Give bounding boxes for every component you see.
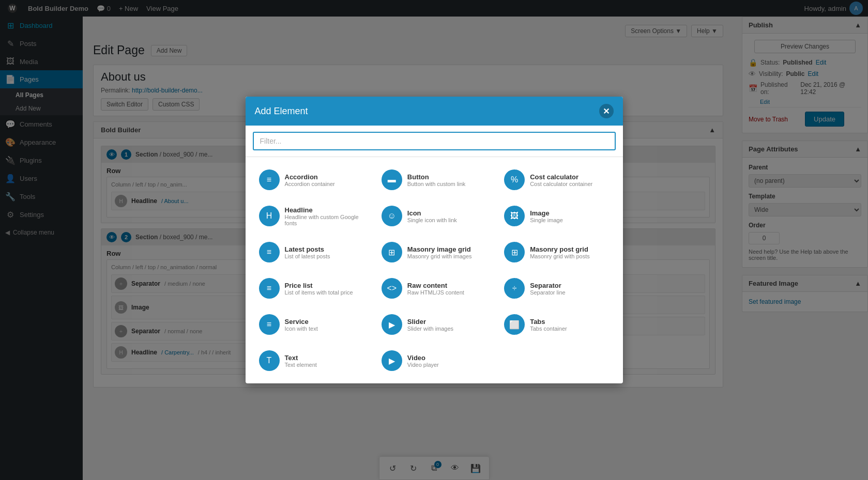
element-item-price-list[interactable]: ≡ Price list List of items with total pr… xyxy=(253,273,370,304)
add-element-modal: Add Element ✕ ≡ Accordion Accordion cont… xyxy=(246,97,623,383)
element-icon-separator: ÷ xyxy=(504,278,525,299)
element-item-masonry-post-grid[interactable]: ⊞ Masonry post grid Masonry grid with po… xyxy=(498,237,615,268)
element-info-service: Service Icon with text xyxy=(285,318,318,332)
element-icon-latest-posts: ≡ xyxy=(259,242,280,262)
element-item-image[interactable]: 🖼 Image Single image xyxy=(498,200,615,231)
element-info-image: Image Single image xyxy=(530,209,563,223)
element-icon-service: ≡ xyxy=(259,314,280,335)
element-icon-button: ▬ xyxy=(382,169,402,190)
element-icon-image: 🖼 xyxy=(504,206,525,226)
element-title-separator: Separator xyxy=(530,282,566,289)
element-info-masonry-post-grid: Masonry post grid Masonry grid with post… xyxy=(530,245,590,259)
element-title-slider: Slider xyxy=(407,318,453,326)
element-info-cost-calculator: Cost calculator Cost calculator containe… xyxy=(530,173,592,187)
element-title-tabs: Tabs xyxy=(530,318,567,326)
modal-title: Add Element xyxy=(255,106,308,117)
element-item-text[interactable]: T Text Text element xyxy=(253,345,370,376)
element-item-raw-content[interactable]: <> Raw content Raw HTML/JS content xyxy=(375,273,493,304)
element-item-separator[interactable]: ÷ Separator Separator line xyxy=(498,273,615,304)
element-title-raw-content: Raw content xyxy=(407,282,464,289)
element-desc-masonry-image-grid: Masonry grid with images xyxy=(407,253,472,259)
element-desc-service: Icon with text xyxy=(285,326,318,332)
element-title-accordion: Accordion xyxy=(285,173,335,181)
element-icon-icon: ☺ xyxy=(382,206,402,226)
element-desc-latest-posts: List of latest posts xyxy=(285,253,330,259)
modal-header: Add Element ✕ xyxy=(246,97,623,126)
element-desc-slider: Slider with images xyxy=(407,326,453,332)
element-title-image: Image xyxy=(530,209,563,217)
element-item-video[interactable]: ▶ Video Video player xyxy=(375,345,493,376)
element-info-latest-posts: Latest posts List of latest posts xyxy=(285,245,330,259)
element-title-masonry-image-grid: Masonry image grid xyxy=(407,245,472,253)
modal-filter-input[interactable] xyxy=(253,132,616,150)
element-desc-video: Video player xyxy=(407,362,439,368)
element-info-price-list: Price list List of items with total pric… xyxy=(285,282,353,296)
element-title-cost-calculator: Cost calculator xyxy=(530,173,592,181)
element-title-icon: Icon xyxy=(407,209,457,217)
modal-search-area xyxy=(246,126,623,157)
element-info-raw-content: Raw content Raw HTML/JS content xyxy=(407,282,464,296)
element-desc-image: Single image xyxy=(530,217,563,223)
element-desc-cost-calculator: Cost calculator container xyxy=(530,181,592,187)
element-desc-button: Button with custom link xyxy=(407,181,466,187)
element-info-tabs: Tabs Tabs container xyxy=(530,318,567,332)
element-item-masonry-image-grid[interactable]: ⊞ Masonry image grid Masonry grid with i… xyxy=(375,237,493,268)
element-title-latest-posts: Latest posts xyxy=(285,245,330,253)
element-icon-masonry-post-grid: ⊞ xyxy=(504,242,525,262)
element-info-video: Video Video player xyxy=(407,354,439,368)
element-icon-video: ▶ xyxy=(382,350,402,371)
element-info-button: Button Button with custom link xyxy=(407,173,466,187)
element-item-accordion[interactable]: ≡ Accordion Accordion container xyxy=(253,164,370,195)
element-item-button[interactable]: ▬ Button Button with custom link xyxy=(375,164,493,195)
modal-overlay[interactable]: Add Element ✕ ≡ Accordion Accordion cont… xyxy=(0,0,868,480)
element-desc-icon: Single icon with link xyxy=(407,217,457,223)
element-title-video: Video xyxy=(407,354,439,362)
element-title-masonry-post-grid: Masonry post grid xyxy=(530,245,590,253)
element-title-button: Button xyxy=(407,173,466,181)
element-desc-tabs: Tabs container xyxy=(530,326,567,332)
element-desc-separator: Separator line xyxy=(530,289,566,296)
element-item-latest-posts[interactable]: ≡ Latest posts List of latest posts xyxy=(253,237,370,268)
element-info-accordion: Accordion Accordion container xyxy=(285,173,335,187)
element-desc-price-list: List of items with total price xyxy=(285,289,353,296)
element-icon-masonry-image-grid: ⊞ xyxy=(382,242,402,262)
element-title-headline: Headline xyxy=(285,206,364,214)
element-desc-headline: Headline with custom Google fonts xyxy=(285,214,364,226)
element-title-price-list: Price list xyxy=(285,282,353,289)
elements-grid: ≡ Accordion Accordion container ▬ Button… xyxy=(253,164,616,376)
element-title-text: Text xyxy=(285,354,317,362)
element-item-service[interactable]: ≡ Service Icon with text xyxy=(253,309,370,340)
element-title-service: Service xyxy=(285,318,318,326)
element-info-text: Text Text element xyxy=(285,354,317,368)
element-icon-text: T xyxy=(259,350,280,371)
element-info-masonry-image-grid: Masonry image grid Masonry grid with ima… xyxy=(407,245,472,259)
element-icon-price-list: ≡ xyxy=(259,278,280,299)
element-info-headline: Headline Headline with custom Google fon… xyxy=(285,206,364,226)
modal-body: ≡ Accordion Accordion container ▬ Button… xyxy=(246,157,623,383)
element-icon-accordion: ≡ xyxy=(259,169,280,190)
element-desc-raw-content: Raw HTML/JS content xyxy=(407,289,464,296)
modal-close-button[interactable]: ✕ xyxy=(599,104,614,118)
element-info-separator: Separator Separator line xyxy=(530,282,566,296)
element-desc-text: Text element xyxy=(285,362,317,368)
element-info-icon: Icon Single icon with link xyxy=(407,209,457,223)
element-info-slider: Slider Slider with images xyxy=(407,318,453,332)
element-desc-masonry-post-grid: Masonry grid with posts xyxy=(530,253,590,259)
element-item-cost-calculator[interactable]: % Cost calculator Cost calculator contai… xyxy=(498,164,615,195)
element-icon-headline: H xyxy=(259,206,280,226)
element-item-tabs[interactable]: ⬜ Tabs Tabs container xyxy=(498,309,615,340)
element-icon-raw-content: <> xyxy=(382,278,402,299)
element-item-icon[interactable]: ☺ Icon Single icon with link xyxy=(375,200,493,231)
element-desc-accordion: Accordion container xyxy=(285,181,335,187)
element-icon-tabs: ⬜ xyxy=(504,314,525,335)
element-icon-slider: ▶ xyxy=(382,314,402,335)
element-item-headline[interactable]: H Headline Headline with custom Google f… xyxy=(253,200,370,231)
element-icon-cost-calculator: % xyxy=(504,169,525,190)
element-item-slider[interactable]: ▶ Slider Slider with images xyxy=(375,309,493,340)
